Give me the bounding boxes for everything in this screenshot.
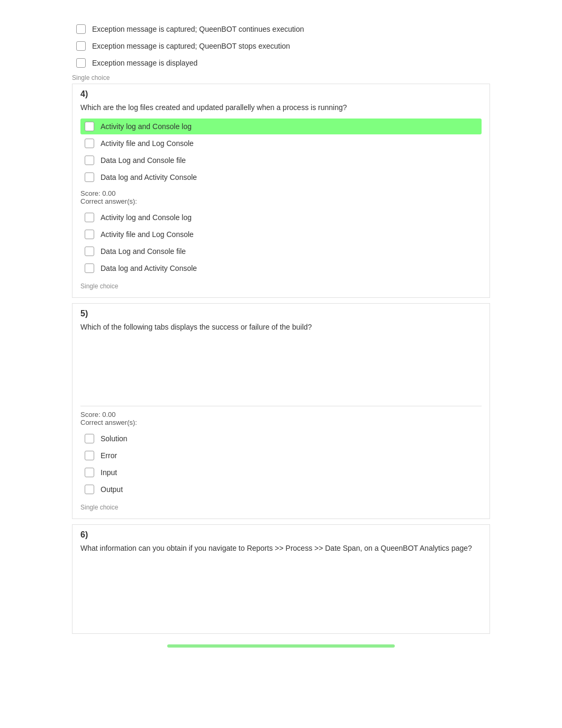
q6-text: What information can you obtain if you n… — [80, 543, 482, 554]
q5-correct-label: Correct answer(s): — [80, 418, 482, 426]
q4-option-0[interactable]: Activity log and Console log — [80, 119, 482, 134]
q4-correct-2-bullet — [85, 247, 94, 256]
q4-correct-answers: Activity log and Console log Activity fi… — [80, 207, 482, 279]
q5-correct-0: Solution — [80, 431, 482, 447]
q4-correct-3: Data log and Activity Console — [80, 260, 482, 276]
page-container: Exception message is captured; QueenBOT … — [56, 11, 506, 658]
q4-option-0-text: Activity log and Console log — [101, 122, 192, 131]
q4-option-2-text: Data Log and Console file — [101, 156, 186, 165]
q3-option-1[interactable]: Exception message is captured; QueenBOT … — [72, 21, 490, 37]
q5-correct-1: Error — [80, 448, 482, 463]
q5-correct-2-text: Input — [101, 468, 117, 477]
q5-block: 5) Which of the following tabs displays … — [72, 303, 490, 519]
q4-option-3-bullet — [85, 172, 94, 182]
q4-option-3-text: Data log and Activity Console — [101, 173, 197, 181]
q4-correct-1-bullet — [85, 230, 94, 239]
q3-option-3-text: Exception message is displayed — [92, 59, 197, 67]
q3-option-3[interactable]: Exception message is displayed — [72, 55, 490, 71]
q3-option-3-bullet — [76, 58, 86, 68]
q5-correct-0-text: Solution — [101, 434, 128, 443]
q4-option-2-bullet — [85, 156, 94, 165]
q4-correct-0: Activity log and Console log — [80, 210, 482, 225]
q4-correct-1: Activity file and Log Console — [80, 226, 482, 242]
q4-score-section: Score: 0.00 Correct answer(s): Activity … — [80, 189, 482, 290]
q4-text: Which are the log files created and upda… — [80, 102, 482, 113]
q6-content-spacer — [80, 559, 482, 628]
q4-correct-0-bullet — [85, 213, 94, 222]
q4-option-0-bullet — [85, 122, 94, 131]
q3-option-1-bullet — [76, 24, 86, 34]
q5-correct-answers: Solution Error Input Output — [80, 429, 482, 501]
q5-correct-2: Input — [80, 465, 482, 480]
q5-options-spacer — [80, 338, 482, 402]
q5-correct-1-bullet — [85, 451, 94, 460]
q4-option-1-bullet — [85, 139, 94, 148]
q5-correct-1-text: Error — [101, 451, 117, 460]
q4-option-1[interactable]: Activity file and Log Console — [80, 135, 482, 151]
q3-option-2-bullet — [76, 41, 86, 51]
q3-options-block: Exception message is captured; QueenBOT … — [72, 21, 490, 81]
q5-correct-3-text: Output — [101, 485, 123, 494]
q4-block: 4) Which are the log files created and u… — [72, 84, 490, 298]
q4-correct-3-bullet — [85, 263, 94, 273]
q5-correct-0-bullet — [85, 434, 94, 443]
q5-correct-3: Output — [80, 481, 482, 497]
q4-option-3[interactable]: Data log and Activity Console — [80, 169, 482, 185]
q4-correct-0-text: Activity log and Console log — [101, 213, 192, 222]
q4-correct-2-text: Data Log and Console file — [101, 247, 186, 256]
q4-correct-2: Data Log and Console file — [80, 243, 482, 259]
q5-number: 5) — [80, 309, 482, 319]
q4-option-2[interactable]: Data Log and Console file — [80, 152, 482, 168]
q5-correct-2-bullet — [85, 468, 94, 477]
q4-correct-1-text: Activity file and Log Console — [101, 230, 194, 239]
q5-divider — [80, 406, 482, 406]
q6-block: 6) What information can you obtain if yo… — [72, 524, 490, 634]
progress-bar — [167, 644, 395, 648]
q6-number: 6) — [80, 530, 482, 540]
q5-text: Which of the following tabs displays the… — [80, 322, 482, 333]
q3-option-1-text: Exception message is captured; QueenBOT … — [92, 25, 304, 33]
q5-score-section: Score: 0.00 Correct answer(s): Solution … — [80, 406, 482, 511]
q4-correct-3-text: Data log and Activity Console — [101, 264, 197, 272]
q3-option-2-text: Exception message is captured; QueenBOT … — [92, 42, 290, 50]
q4-option-1-text: Activity file and Log Console — [101, 139, 194, 148]
q4-number: 4) — [80, 89, 482, 99]
q4-single-choice: Single choice — [80, 283, 482, 290]
q4-score: Score: 0.00 — [80, 189, 482, 197]
q5-score: Score: 0.00 — [80, 411, 482, 418]
q3-single-choice: Single choice — [72, 74, 490, 81]
q5-single-choice: Single choice — [80, 504, 482, 511]
q3-option-2[interactable]: Exception message is captured; QueenBOT … — [72, 38, 490, 54]
q4-correct-label: Correct answer(s): — [80, 197, 482, 205]
q5-correct-3-bullet — [85, 485, 94, 494]
